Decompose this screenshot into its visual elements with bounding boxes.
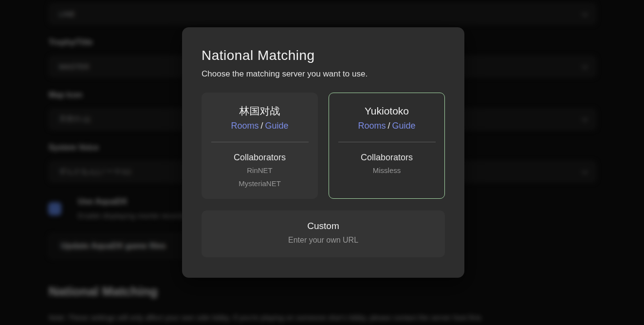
link-separator: / (258, 121, 265, 131)
custom-card-title: Custom (202, 219, 445, 233)
custom-card-subtitle: Enter your own URL (202, 234, 445, 247)
server-card-yukiotoko[interactable]: Yukiotoko Rooms/Guide Collaborators Miss… (329, 93, 445, 199)
modal-title: National Matching (202, 47, 445, 64)
card-divider (211, 142, 309, 142)
collaborator-name: MysteriaNET (202, 177, 317, 190)
collaborators-heading: Collaborators (202, 151, 317, 164)
guide-link[interactable]: Guide (265, 121, 288, 131)
screen: LINE Trophy/Title MASTER Map Icon 天空の 山 … (0, 0, 644, 325)
modal-subtitle: Choose the matching server you want to u… (202, 68, 445, 80)
server-links: Rooms/Guide (329, 119, 444, 132)
collaborator-name: RinNET (202, 164, 317, 177)
guide-link[interactable]: Guide (392, 121, 415, 131)
server-name: Yukiotoko (329, 104, 444, 118)
server-links: Rooms/Guide (202, 119, 317, 132)
national-matching-modal: National Matching Choose the matching se… (182, 27, 464, 278)
server-name: 林国对战 (202, 104, 317, 118)
custom-server-card[interactable]: Custom Enter your own URL (202, 210, 445, 257)
collaborators-heading: Collaborators (329, 151, 444, 164)
rooms-link[interactable]: Rooms (358, 121, 386, 131)
server-cards-row: 林国对战 Rooms/Guide Collaborators RinNET My… (202, 93, 445, 199)
server-card-linguo[interactable]: 林国对战 Rooms/Guide Collaborators RinNET My… (202, 93, 318, 199)
card-divider (338, 142, 436, 142)
rooms-link[interactable]: Rooms (231, 121, 258, 131)
collaborator-name: Missless (329, 164, 444, 177)
link-separator: / (386, 121, 392, 131)
